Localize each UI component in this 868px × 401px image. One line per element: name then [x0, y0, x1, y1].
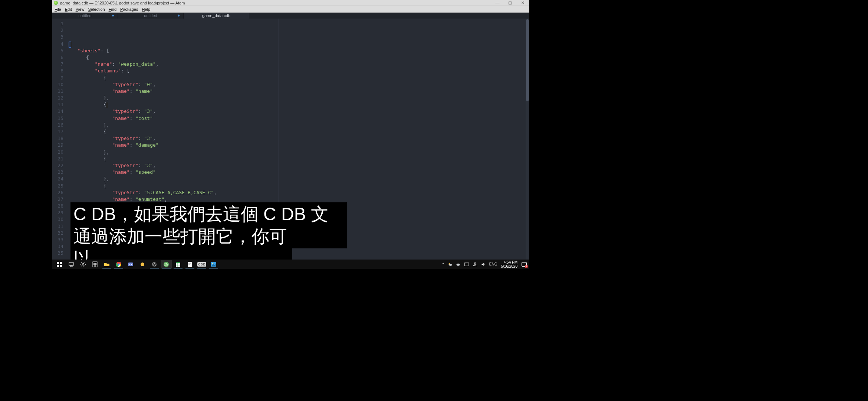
taskbar-calculator[interactable]	[89, 260, 101, 268]
start-button[interactable]	[54, 260, 65, 268]
line-number: 24	[52, 176, 63, 182]
line-number: 15	[52, 115, 63, 122]
tray-weather-icon[interactable]	[448, 262, 452, 267]
code-line[interactable]: "name": "cost"	[69, 115, 529, 122]
svg-point-17	[131, 264, 132, 264]
tab-game-data-cdb[interactable]: game_data.cdb	[184, 13, 249, 19]
code-line[interactable]: "columns": [	[69, 68, 529, 74]
code-line[interactable]: {	[69, 156, 529, 162]
line-number: 31	[52, 223, 63, 230]
window-titlebar[interactable]: game_data.cdb — E:\2020-05\1 godot save …	[52, 0, 529, 6]
line-number: 17	[52, 128, 63, 135]
code-line[interactable]: },	[69, 149, 529, 156]
taskbar-atom[interactable]	[161, 260, 172, 268]
image-icon	[211, 261, 217, 267]
menu-selection[interactable]: Selection	[88, 7, 105, 12]
code-line[interactable]: {	[69, 101, 529, 108]
code-line[interactable]: {	[69, 183, 529, 189]
tab-untitled-1[interactable]: untitled	[52, 13, 118, 19]
menu-find[interactable]: Find	[109, 7, 116, 12]
line-number: 21	[52, 156, 63, 162]
code-line[interactable]: "typeStr": "3",	[69, 108, 529, 115]
taskbar-spreadsheet[interactable]	[172, 260, 184, 268]
taskbar-cdb[interactable]: CDB	[196, 260, 207, 268]
code-line[interactable]: },	[69, 122, 529, 128]
code-line[interactable]: "name": "name"	[69, 88, 529, 95]
system-tray: ˄ ENG 4:54 PM 5/16/2020 3	[442, 260, 529, 268]
taskview-icon	[68, 261, 74, 267]
window-close-button[interactable]: ✕	[520, 1, 526, 5]
line-number: 30	[52, 216, 63, 223]
taskbar-discord[interactable]	[125, 260, 136, 268]
svg-point-27	[166, 264, 167, 265]
code-line[interactable]: {	[69, 128, 529, 135]
svg-rect-38	[464, 263, 469, 265]
svg-rect-41	[474, 263, 476, 264]
tray-keyboard-icon[interactable]	[464, 263, 469, 266]
code-line[interactable]: "name": "damage"	[69, 142, 529, 149]
taskbar-app-yellow[interactable]	[137, 260, 148, 268]
svg-rect-4	[60, 262, 62, 264]
windows-taskbar: CDB ˄ ENG 4:54 PM 5/16	[52, 260, 529, 269]
line-number: 16	[52, 122, 63, 128]
svg-rect-15	[128, 263, 133, 266]
notification-count: 3	[525, 265, 528, 268]
code-line[interactable]: {	[69, 54, 529, 61]
line-number: 29	[52, 209, 63, 216]
code-line[interactable]: },	[69, 176, 529, 182]
line-number: 20	[52, 149, 63, 156]
line-number: 4	[52, 41, 63, 48]
folder-icon	[104, 261, 110, 267]
code-line[interactable]: "name": "weapon_data",	[69, 61, 529, 68]
svg-point-18	[141, 263, 144, 266]
code-line[interactable]: "name": "enumtest",	[69, 196, 529, 203]
tray-network-icon[interactable]	[473, 262, 477, 267]
code-line[interactable]: "typeStr": "3",	[69, 162, 529, 169]
tab-label: game_data.cdb	[202, 13, 230, 18]
svg-point-36	[449, 264, 452, 266]
line-number: 25	[52, 183, 63, 189]
spreadsheet-icon	[175, 261, 181, 267]
svg-point-22	[153, 264, 154, 265]
scrollbar-thumb[interactable]	[526, 19, 529, 101]
tray-language[interactable]: ENG	[489, 262, 497, 266]
code-line[interactable]	[69, 41, 529, 48]
line-number: 13	[52, 101, 63, 108]
tray-chevron-up-icon[interactable]: ˄	[442, 262, 444, 266]
menu-help[interactable]: Help	[142, 7, 150, 12]
code-line[interactable]: },	[69, 95, 529, 101]
code-line[interactable]: "sheets": [	[69, 48, 529, 54]
code-line[interactable]: "typeStr": "5:CASE_A,CASE_B,CASE_C",	[69, 189, 529, 196]
taskbar-chrome[interactable]	[113, 260, 124, 268]
svg-rect-7	[69, 263, 73, 265]
code-line[interactable]: "typeStr": "3",	[69, 135, 529, 142]
line-number: 35	[52, 250, 63, 257]
window-maximize-button[interactable]: ▢	[507, 1, 513, 5]
code-line[interactable]: "name": "speed"	[69, 169, 529, 176]
taskbar-settings[interactable]	[78, 260, 89, 268]
menu-view[interactable]: View	[76, 7, 85, 12]
tray-clock[interactable]: 4:54 PM 5/16/2020	[501, 260, 518, 268]
menu-bar: File Edit View Selection Find Packages H…	[52, 6, 529, 13]
line-number: 2	[52, 27, 63, 34]
svg-point-34	[212, 263, 213, 264]
taskbar-image-viewer[interactable]	[208, 260, 219, 268]
taskbar-notes[interactable]	[184, 260, 195, 268]
menu-edit[interactable]: Edit	[65, 7, 72, 12]
tab-untitled-2[interactable]: untitled	[118, 13, 184, 19]
tray-onedrive-icon[interactable]	[456, 262, 460, 267]
tray-volume-icon[interactable]	[481, 262, 486, 267]
svg-rect-6	[60, 265, 62, 267]
menu-packages[interactable]: Packages	[120, 7, 138, 12]
code-line[interactable]: {	[69, 75, 529, 81]
tray-action-center[interactable]: 3	[521, 261, 527, 267]
window-minimize-button[interactable]: —	[494, 1, 500, 5]
taskbar-file-explorer[interactable]	[101, 260, 112, 268]
cdb-text-icon: CDB	[197, 262, 206, 267]
menu-file[interactable]: File	[55, 7, 61, 12]
taskview-button[interactable]	[66, 260, 77, 268]
taskbar-obs[interactable]	[149, 260, 160, 268]
svg-point-21	[154, 263, 155, 264]
vertical-scrollbar[interactable]	[526, 19, 529, 262]
code-line[interactable]: "typeStr": "0",	[69, 81, 529, 88]
